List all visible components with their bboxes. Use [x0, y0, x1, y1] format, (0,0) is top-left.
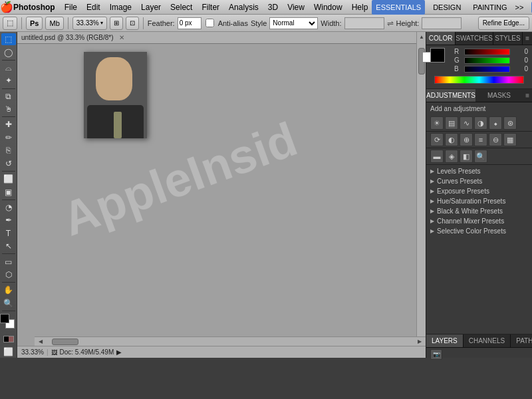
adj-panel-menu-icon[interactable]: ≡ [523, 89, 532, 102]
menu-window[interactable]: Window [310, 0, 346, 15]
adj-posterize-icon[interactable]: ▦ [503, 133, 517, 146]
tool-eyedropper[interactable]: 🖱 [1, 103, 16, 115]
adj-colorbalance-icon[interactable]: ⟳ [430, 133, 444, 146]
menu-3d[interactable]: 3D [264, 0, 282, 15]
adj-gradient-map-icon[interactable]: ▬ [430, 150, 444, 163]
tool-heal[interactable]: ✚ [1, 118, 16, 130]
preset-bw[interactable]: ▶ Black & White Presets [426, 206, 532, 216]
tool-lasso[interactable]: ⌓ [1, 62, 16, 74]
tool-crop[interactable]: ⧉ [1, 90, 16, 102]
tab-masks[interactable]: MASKS [475, 89, 523, 102]
adj-channelmixer-icon[interactable]: ≡ [474, 133, 487, 146]
menu-layer[interactable]: Layer [137, 0, 165, 15]
b-value[interactable]: 0 [512, 65, 528, 72]
tab-channels[interactable]: CHANNELS [464, 334, 511, 347]
adj-hsl-icon[interactable]: ⊛ [503, 116, 517, 130]
width-input[interactable] [344, 17, 384, 29]
adj-search-icon[interactable]: 🔍 [474, 150, 487, 163]
adj-invert-icon[interactable]: ⊖ [489, 133, 502, 146]
workspace-more[interactable]: >> [515, 3, 524, 11]
camera-icon[interactable]: 📷 [430, 349, 442, 360]
r-value[interactable]: 0 [512, 48, 528, 55]
color-panel-menu-icon[interactable]: ≡ [523, 32, 532, 45]
preset-exposure[interactable]: ▶ Exposure Presets [426, 186, 532, 196]
tool-gradient[interactable]: ▣ [1, 186, 16, 198]
tool-3d[interactable]: ⬡ [1, 269, 16, 281]
style-select[interactable]: Normal Fixed Ratio Fixed Size [269, 17, 318, 29]
vertical-scrollbar[interactable]: ▲ ▼ [416, 32, 426, 346]
fg-color-swatch[interactable] [430, 48, 445, 63]
tool-zoom[interactable]: 🔍 [1, 297, 16, 309]
antialias-checkbox[interactable] [205, 19, 214, 27]
adj-selective-color-icon[interactable]: ◈ [445, 150, 458, 163]
view-mode-btn[interactable]: ⊞ [110, 17, 123, 30]
tool-shape[interactable]: ▭ [1, 255, 16, 267]
tool-eraser[interactable]: ⬜ [1, 173, 16, 185]
menu-filter[interactable]: Filter [198, 0, 223, 15]
tab-paths[interactable]: PATHS [511, 334, 532, 347]
tool-dodge[interactable]: ◔ [1, 201, 16, 213]
preset-levels[interactable]: ▶ Levels Presets [426, 166, 532, 176]
adj-levels-icon[interactable]: ▤ [445, 116, 458, 130]
tool-marquee-rect[interactable]: ⬚ [1, 33, 16, 45]
scroll-up-icon[interactable]: ▲ [417, 32, 426, 41]
status-arrow-icon[interactable]: ▶ [116, 348, 122, 356]
r-slider-track[interactable] [464, 49, 510, 55]
preset-channelmixer[interactable]: ▶ Channel Mixer Presets [426, 216, 532, 226]
tool-clone[interactable]: ⎘ [1, 144, 16, 156]
menu-file[interactable]: File [61, 0, 81, 15]
adj-curves-icon[interactable]: ∿ [460, 116, 473, 130]
adj-bw-icon[interactable]: ◐ [445, 133, 458, 146]
scroll-left-icon[interactable]: ◀ [36, 337, 45, 346]
foreground-color-swatch[interactable] [0, 314, 9, 323]
zoom-btn[interactable]: 33.33% ▾ [72, 17, 107, 30]
g-value[interactable]: 0 [512, 57, 528, 64]
menu-analysis[interactable]: Analysis [225, 0, 263, 15]
refine-edge-btn[interactable]: Refine Edge... [478, 17, 529, 30]
menu-image[interactable]: Image [106, 0, 136, 15]
tool-quickmask[interactable] [1, 332, 16, 344]
tool-screen-mode[interactable]: ⬜ [1, 346, 16, 358]
workspace-tab-painting[interactable]: PAINTING [469, 0, 511, 15]
preset-hsl[interactable]: ▶ Hue/Saturation Presets [426, 196, 532, 206]
tool-text[interactable]: T [1, 227, 16, 239]
feather-input[interactable] [178, 17, 201, 29]
tool-path-select[interactable]: ↖ [1, 240, 16, 252]
tool-brush[interactable]: ✏ [1, 132, 16, 144]
b-slider-track[interactable] [464, 66, 510, 72]
spectrum-bar[interactable] [434, 76, 524, 84]
menu-help[interactable]: Help [348, 0, 372, 15]
tab-swatches[interactable]: SWATCHES [456, 32, 493, 45]
adj-photofilter-icon[interactable]: ⊕ [460, 133, 473, 146]
workspace-tab-design[interactable]: DESIGN [429, 0, 465, 15]
tab-color[interactable]: COLOR [426, 32, 456, 45]
tool-hand[interactable]: ✋ [1, 284, 16, 296]
tab-styles[interactable]: STYLES [493, 32, 523, 45]
mb-icon[interactable]: Mb [45, 17, 63, 30]
horizontal-scrollbar[interactable]: ◀ ▶ [35, 336, 426, 346]
workspace-tab-essentials[interactable]: ESSENTIALS [372, 0, 425, 15]
tab-adjustments[interactable]: ADJUSTMENTS [426, 89, 475, 102]
apple-menu[interactable]: 🍎 [0, 1, 13, 13]
tool-mode-btn[interactable]: ⬚ [3, 17, 17, 30]
menu-edit[interactable]: Edit [82, 0, 104, 15]
g-slider-track[interactable] [464, 57, 510, 64]
scroll-thumb-h[interactable] [52, 338, 78, 345]
tab-layers[interactable]: LAYERS [426, 334, 464, 347]
tool-marquee-ellipse[interactable]: ◯ [1, 46, 16, 58]
screen-mode-btn[interactable]: ⊡ [126, 17, 139, 30]
preset-selectivecolor[interactable]: ▶ Selective Color Presets [426, 226, 532, 236]
tool-pen[interactable]: ✒ [1, 214, 16, 226]
adj-threshold-icon[interactable]: ◧ [460, 150, 473, 163]
height-input[interactable] [422, 17, 462, 29]
tool-wand[interactable]: ✦ [1, 74, 16, 86]
menu-select[interactable]: Select [166, 0, 196, 15]
doc-close-icon[interactable]: ✕ [119, 34, 124, 41]
menu-view[interactable]: View [283, 0, 309, 15]
adj-vibrance-icon[interactable]: ⬥ [489, 116, 502, 130]
tool-history-brush[interactable]: ↺ [1, 158, 16, 170]
adj-brightness-icon[interactable]: ☀ [430, 116, 444, 130]
ps-icon[interactable]: Ps [26, 17, 43, 30]
scroll-right-icon[interactable]: ▶ [415, 337, 424, 346]
preset-curves[interactable]: ▶ Curves Presets [426, 176, 532, 186]
